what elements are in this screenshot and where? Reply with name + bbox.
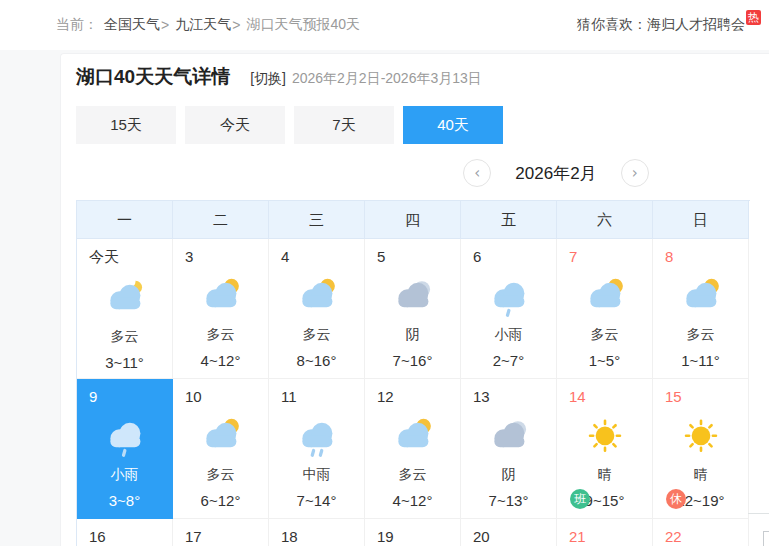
weather-condition: 中雨	[269, 466, 364, 484]
breadcrumb-prefix: 当前：	[56, 16, 98, 34]
cloudy-sun-icon	[269, 269, 364, 325]
weather-condition: 晴	[653, 466, 748, 484]
light-rain-icon	[77, 409, 172, 465]
weather-condition: 小雨	[461, 326, 556, 344]
day-number: 6	[461, 239, 556, 265]
promo-link[interactable]: 海归人才招聘会	[647, 16, 745, 32]
forecast-tabs: 15天今天7天40天	[76, 106, 769, 144]
cloudy-sun-icon	[653, 269, 748, 325]
calendar-day-cell[interactable]: 今天多云3~11°	[77, 239, 173, 379]
breadcrumb-separator: >	[232, 17, 240, 33]
calendar-day-cell[interactable]: 15晴12~19°休	[653, 379, 749, 519]
weather-condition: 多云	[557, 326, 652, 344]
sunny-icon	[653, 409, 748, 465]
weather-condition: 多云	[173, 466, 268, 484]
weekday-header: 二	[173, 201, 269, 239]
day-number: 5	[365, 239, 460, 265]
switch-city-button[interactable]: [切换]	[250, 70, 286, 88]
day-number: 7	[557, 239, 652, 265]
promo-area: 猜你喜欢：海归人才招聘会热	[577, 16, 761, 34]
calendar-day-cell[interactable]: 21	[557, 519, 653, 546]
calendar-day-cell[interactable]: 10多云6~12°	[173, 379, 269, 519]
calendar-grid: 一二三四五六日今天多云3~11°3多云4~12°4多云8~16°5阴7~16°6…	[76, 200, 750, 546]
day-number: 21	[557, 519, 652, 545]
cloudy-sun-icon	[173, 269, 268, 325]
calendar-day-cell[interactable]: 13阴7~13°	[461, 379, 557, 519]
tab-40天[interactable]: 40天	[403, 106, 503, 144]
moderate-rain-icon	[269, 409, 364, 465]
breadcrumb-link-city[interactable]: 九江天气	[175, 16, 231, 34]
promo-label: 猜你喜欢：	[577, 16, 647, 32]
day-number: 今天	[77, 239, 172, 267]
calendar-day-cell[interactable]: 9小雨3~8°	[77, 379, 173, 519]
date-range: 2026年2月2日-2026年3月13日	[292, 70, 482, 88]
weather-condition: 小雨	[77, 466, 172, 484]
tab-今天[interactable]: 今天	[185, 106, 285, 144]
next-month-button[interactable]: ›	[621, 159, 649, 187]
cloudy-sun-icon	[173, 409, 268, 465]
calendar-day-cell[interactable]: 7多云1~5°	[557, 239, 653, 379]
temperature-range: 4~12°	[173, 352, 268, 369]
day-number: 15	[653, 379, 748, 405]
sunny-icon	[557, 409, 652, 465]
weather-condition: 阴	[365, 326, 460, 344]
calendar-day-cell[interactable]: 14晴9~15°班	[557, 379, 653, 519]
calendar-day-cell[interactable]: 4多云8~16°	[269, 239, 365, 379]
calendar-day-cell[interactable]: 5阴7~16°	[365, 239, 461, 379]
calendar-day-cell[interactable]: 18	[269, 519, 365, 546]
forecast-card: 湖口40天天气详情 [切换] 2026年2月2日-2026年3月13日 15天今…	[60, 53, 769, 546]
calendar-day-cell[interactable]: 19	[365, 519, 461, 546]
tab-15天[interactable]: 15天	[76, 106, 176, 144]
breadcrumb: 当前： 全国天气 > 九江天气 > 湖口天气预报40天	[56, 16, 360, 34]
weather-condition: 多云	[173, 326, 268, 344]
holiday-badge: 休	[666, 489, 686, 509]
calendar-day-cell[interactable]: 12多云4~12°	[365, 379, 461, 519]
breadcrumb-link-national[interactable]: 全国天气	[104, 16, 160, 34]
month-nav: ‹ 2026年2月 ›	[216, 148, 769, 198]
breadcrumb-separator: >	[161, 17, 169, 33]
calendar-day-cell[interactable]: 17	[173, 519, 269, 546]
temperature-range: 8~16°	[269, 352, 364, 369]
floating-corner-widget[interactable]	[763, 531, 769, 546]
page-title: 湖口40天天气详情	[76, 64, 230, 90]
day-number: 17	[173, 519, 268, 545]
temperature-range: 4~12°	[365, 492, 460, 509]
tab-7天[interactable]: 7天	[294, 106, 394, 144]
day-number: 18	[269, 519, 364, 545]
temperature-range: 1~5°	[557, 352, 652, 369]
calendar-day-cell[interactable]: 11中雨7~14°	[269, 379, 365, 519]
calendar-day-cell[interactable]: 8多云1~11°	[653, 239, 749, 379]
weekday-header: 日	[653, 201, 749, 239]
day-number: 14	[557, 379, 652, 405]
temperature-range: 7~16°	[365, 352, 460, 369]
right-side-divider	[748, 513, 769, 514]
day-number: 8	[653, 239, 748, 265]
calendar-day-cell[interactable]: 3多云4~12°	[173, 239, 269, 379]
breadcrumb-current: 湖口天气预报40天	[246, 16, 360, 34]
weather-condition: 多云	[653, 326, 748, 344]
weekday-header: 一	[77, 201, 173, 239]
temperature-range: 1~11°	[653, 352, 748, 369]
temperature-range: 7~13°	[461, 492, 556, 509]
top-bar: 当前： 全国天气 > 九江天气 > 湖口天气预报40天 猜你喜欢：海归人才招聘会…	[0, 0, 769, 50]
calendar-day-cell[interactable]: 16	[77, 519, 173, 546]
overcast-icon	[461, 409, 556, 465]
temperature-range: 2~7°	[461, 352, 556, 369]
weather-condition: 阴	[461, 466, 556, 484]
month-label: 2026年2月	[515, 162, 596, 185]
day-number: 13	[461, 379, 556, 405]
calendar-day-cell[interactable]: 22	[653, 519, 749, 546]
calendar-day-cell[interactable]: 6小雨2~7°	[461, 239, 557, 379]
calendar-day-cell[interactable]: 20	[461, 519, 557, 546]
prev-month-button[interactable]: ‹	[463, 159, 491, 187]
day-number: 16	[77, 519, 172, 545]
weekday-header: 三	[269, 201, 365, 239]
light-rain-icon	[461, 269, 556, 325]
weather-condition: 多云	[365, 466, 460, 484]
temperature-range: 3~11°	[77, 354, 172, 371]
temperature-range: 6~12°	[173, 492, 268, 509]
day-number: 11	[269, 379, 364, 405]
day-number: 3	[173, 239, 268, 265]
day-number: 4	[269, 239, 364, 265]
weather-condition: 多云	[269, 326, 364, 344]
